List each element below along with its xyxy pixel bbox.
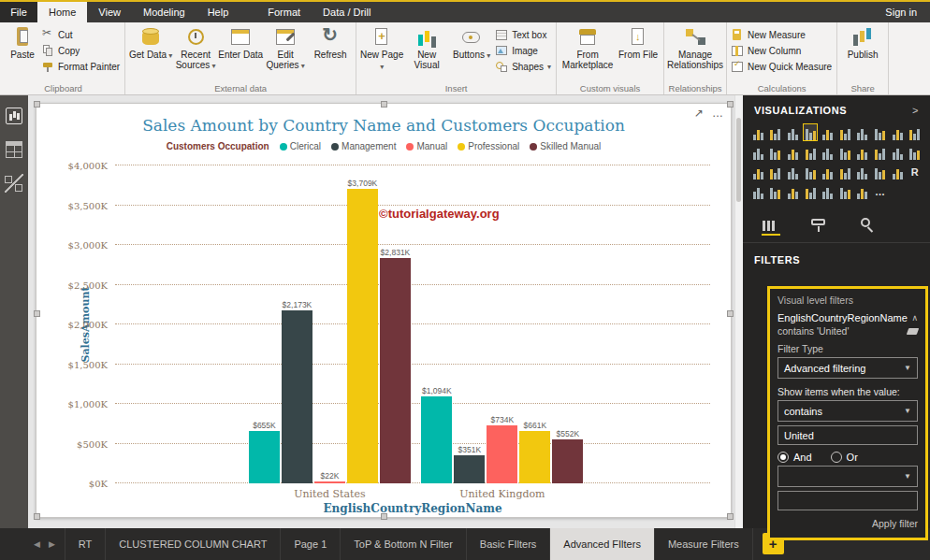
page-tab-clustered-column-chart[interactable]: CLUSTERED COLUMN CHART <box>105 528 280 560</box>
bar[interactable] <box>282 310 312 483</box>
visual-type-icon[interactable] <box>890 123 906 141</box>
selection-handle[interactable] <box>34 513 40 520</box>
bar[interactable] <box>454 455 485 483</box>
image-button[interactable]: Image <box>496 45 551 57</box>
collapse-panel-icon[interactable]: > <box>912 105 919 116</box>
cut-button[interactable]: Cut <box>42 29 120 41</box>
page-tab-basic-filters[interactable]: Basic FIlters <box>466 528 550 560</box>
legend-item[interactable]: Management <box>331 141 396 151</box>
buttons-button[interactable]: Buttons <box>449 24 494 61</box>
chart-visual[interactable]: ↗ … Sales Amount by Country Name and Cus… <box>36 103 732 518</box>
new-page-button[interactable]: New Page <box>359 24 404 72</box>
visual-type-icon[interactable] <box>907 143 923 161</box>
visual-type-icon[interactable] <box>785 123 801 141</box>
legend-item[interactable]: Skilled Manual <box>530 141 601 151</box>
visual-type-icon[interactable] <box>855 143 871 161</box>
visual-type-icon[interactable] <box>837 123 853 141</box>
selection-handle[interactable] <box>727 513 734 520</box>
visual-type-icon[interactable]: … <box>872 182 888 200</box>
bar[interactable] <box>314 481 345 483</box>
apply-filter-button[interactable]: Apply filter <box>777 518 918 529</box>
format-painter-button[interactable]: Format Painter <box>42 61 120 73</box>
format-pane-tab[interactable] <box>810 217 829 234</box>
visual-type-icon[interactable] <box>872 163 888 180</box>
ribbon-tab-data-drill[interactable]: Data / Drill <box>312 2 382 22</box>
condition-operator-dropdown[interactable]: contains ▼ <box>777 400 918 422</box>
visual-type-icon[interactable] <box>785 182 801 200</box>
visual-type-icon[interactable] <box>820 123 836 141</box>
collapse-filter-icon[interactable]: ∧ <box>911 313 918 323</box>
more-options-icon[interactable]: … <box>712 107 723 120</box>
selection-handle[interactable] <box>727 101 734 108</box>
next-page-arrow-icon[interactable]: ▶ <box>49 539 55 549</box>
new-column-button[interactable]: New Column <box>732 45 832 57</box>
fields-pane-tab[interactable] <box>762 217 780 236</box>
visual-type-icon[interactable] <box>820 163 836 180</box>
sign-in-button[interactable]: Sign in <box>872 2 930 22</box>
visual-type-icon[interactable] <box>768 163 784 180</box>
and-radio[interactable]: And <box>777 452 812 463</box>
visual-type-icon[interactable] <box>750 143 766 161</box>
ribbon-tab-help[interactable]: Help <box>196 2 240 22</box>
previous-page-arrow-icon[interactable]: ◀ <box>34 539 40 549</box>
bar[interactable] <box>487 425 517 483</box>
page-tab-measure-filters[interactable]: Measure Filters <box>654 528 753 560</box>
focus-mode-icon[interactable]: ↗ <box>694 107 704 120</box>
new-quick-measure-button[interactable]: New Quick Measure <box>732 61 832 73</box>
visual-type-icon[interactable] <box>837 143 853 161</box>
visual-type-icon[interactable] <box>855 163 871 180</box>
visual-type-icon[interactable] <box>768 182 784 200</box>
visual-type-icon[interactable] <box>785 143 801 161</box>
bar[interactable] <box>380 258 411 483</box>
bar[interactable] <box>519 431 550 483</box>
publish-button[interactable]: Publish <box>840 24 885 60</box>
condition-value-input[interactable] <box>777 425 918 445</box>
ribbon-tab-modeling[interactable]: Modeling <box>132 2 196 22</box>
visual-type-icon[interactable] <box>907 123 923 141</box>
selection-handle[interactable] <box>381 101 387 108</box>
selection-handle[interactable] <box>727 310 734 317</box>
legend-item[interactable]: Professional <box>458 141 519 151</box>
visual-type-icon[interactable] <box>820 143 836 161</box>
from-file-button[interactable]: From File <box>616 24 661 60</box>
second-operator-dropdown[interactable]: ▼ <box>777 466 918 487</box>
selection-handle[interactable] <box>381 513 387 520</box>
enter-data-button[interactable]: Enter Data <box>218 24 263 60</box>
legend-item[interactable]: Manual <box>406 141 447 151</box>
ribbon-tab-home[interactable]: Home <box>37 2 87 22</box>
page-tab-rt[interactable]: RT <box>65 528 105 560</box>
visual-type-icon[interactable] <box>837 182 853 200</box>
selection-handle[interactable] <box>34 101 40 108</box>
model-view-icon[interactable] <box>5 174 23 193</box>
data-view-icon[interactable] <box>5 140 23 159</box>
analytics-pane-tab[interactable] <box>859 217 878 234</box>
visual-type-icon[interactable]: R <box>907 163 923 180</box>
second-value-input[interactable] <box>777 491 918 510</box>
visual-type-icon[interactable] <box>803 123 819 141</box>
visual-type-icon[interactable] <box>872 123 888 141</box>
legend-item[interactable]: Clerical <box>280 141 321 151</box>
clear-filter-icon[interactable] <box>907 328 920 335</box>
report-canvas[interactable]: ↗ … Sales Amount by Country Name and Cus… <box>28 95 743 528</box>
visual-type-icon[interactable] <box>890 163 906 180</box>
refresh-button[interactable]: Refresh <box>308 24 353 60</box>
bar[interactable] <box>347 189 378 483</box>
canvas-scrollbar[interactable] <box>734 95 743 528</box>
shapes-button[interactable]: Shapes <box>496 61 551 73</box>
paste-button[interactable]: Paste <box>5 24 40 60</box>
visual-type-icon[interactable] <box>750 182 766 200</box>
visual-type-icon[interactable] <box>837 163 853 180</box>
visual-type-icon[interactable] <box>750 163 766 180</box>
recent-sources-button[interactable]: Recent Sources <box>173 24 218 71</box>
visual-type-icon[interactable] <box>890 143 906 161</box>
page-tab-advanced-filters[interactable]: Advanced FIlters <box>549 528 654 560</box>
or-radio[interactable]: Or <box>831 452 858 463</box>
new-measure-button[interactable]: New Measure <box>732 29 832 41</box>
file-menu-button[interactable]: File <box>0 2 37 22</box>
visual-type-icon[interactable] <box>750 123 766 141</box>
manage-relationships-button[interactable]: Manage Relationships <box>667 24 723 70</box>
visual-type-icon[interactable] <box>820 182 836 200</box>
visual-type-icon[interactable] <box>855 182 871 200</box>
new-visual-button[interactable]: New Visual <box>404 24 449 70</box>
bar[interactable] <box>552 439 583 483</box>
